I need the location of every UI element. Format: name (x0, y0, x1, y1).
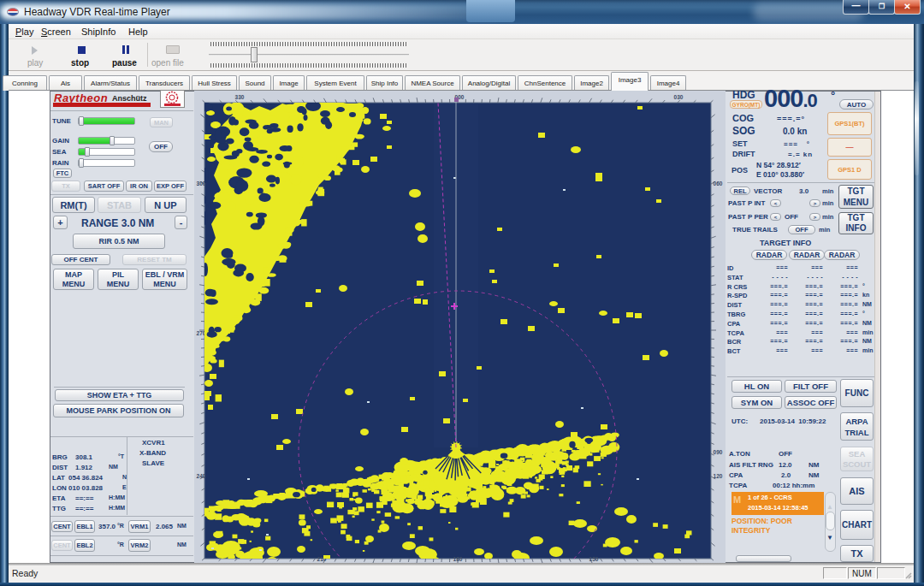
svg-text:060: 060 (714, 181, 723, 186)
svg-text:090: 090 (714, 449, 723, 455)
svg-text:330: 330 (235, 94, 245, 100)
svg-text:240: 240 (197, 473, 206, 479)
svg-text:030: 030 (674, 94, 684, 100)
svg-text:120: 120 (714, 473, 723, 479)
svg-text:150: 150 (589, 556, 599, 562)
svg-text:180: 180 (453, 556, 463, 562)
